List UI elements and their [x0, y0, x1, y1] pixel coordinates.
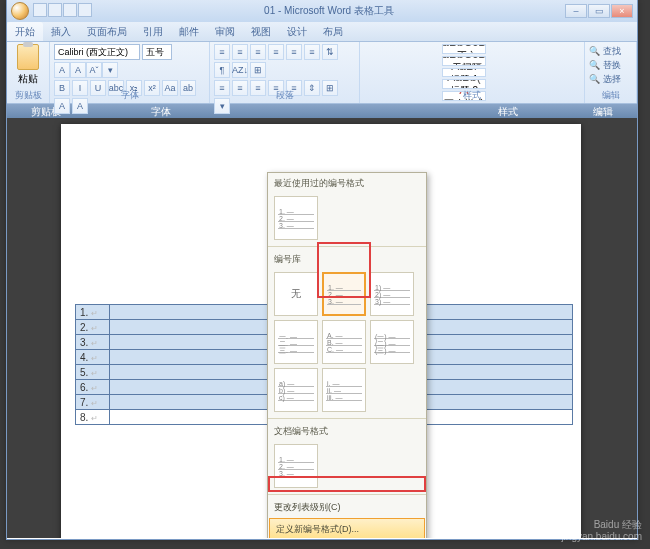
style-2[interactable]: AaBl标题 1 [442, 68, 486, 78]
app-window: 01 - Microsoft Word 表格工具 – ▭ × 开始插入页面布局引… [6, 0, 638, 540]
menu-define-new-format[interactable]: 定义新编号格式(D)... [269, 518, 425, 538]
tab-7[interactable]: 设计 [279, 22, 315, 41]
para-btn-r1-0[interactable]: ≡ [214, 44, 230, 60]
tab-5[interactable]: 审阅 [207, 22, 243, 41]
numbering-lib-6[interactable]: a) —b) —c) — [274, 368, 318, 412]
para-btn-r1-7[interactable]: ¶ [214, 62, 230, 78]
watermark: Baidu 经验 jingyan.baidu.com [561, 519, 642, 543]
numbering-doc[interactable]: 1. —2. —3. — [274, 444, 318, 488]
office-button[interactable] [11, 2, 29, 20]
paste-button[interactable]: 粘贴 [11, 44, 45, 86]
tab-6[interactable]: 视图 [243, 22, 279, 41]
numbering-lib-5[interactable]: (一) —(二) —(三) — [370, 320, 414, 364]
group-label-editing: 编辑 [585, 89, 636, 102]
group-editing: 🔍 查找🔍 替换🔍 选择编辑 [585, 42, 637, 103]
numbering-lib-2[interactable]: 1) —2) —3) — [370, 272, 414, 316]
maximize-button[interactable]: ▭ [588, 4, 610, 18]
style-3[interactable]: AaBb(标题 2 [442, 79, 486, 89]
titlebar: 01 - Microsoft Word 表格工具 – ▭ × [7, 0, 637, 22]
section-library: 编号库 [268, 249, 426, 268]
numbering-recent[interactable]: 1. —2. —3. — [274, 196, 318, 240]
window-controls: – ▭ × [565, 4, 633, 18]
para-btn-r1-2[interactable]: ≡ [250, 44, 266, 60]
numbering-lib-1[interactable]: 1. —2. —3. — [322, 272, 366, 316]
font-btn-r1-3[interactable]: ▾ [102, 62, 118, 78]
group-paragraph: ≡≡≡≡≡≡⇅¶AZ↓⊞ ≡≡≡≡≡⇕⊞▾ 段落 [210, 42, 360, 103]
tab-3[interactable]: 引用 [135, 22, 171, 41]
tab-1[interactable]: 插入 [43, 22, 79, 41]
edit-2[interactable]: 🔍 选择 [589, 73, 632, 86]
edit-1[interactable]: 🔍 替换 [589, 59, 632, 72]
font-btn-r1-0[interactable]: A [54, 62, 70, 78]
section-recent: 最近使用过的编号格式 [268, 173, 426, 192]
ribbon: 粘贴 剪贴板 Calibri (西文正文) 五号 AAAˇ▾ BIUabcx₂x… [7, 42, 637, 104]
section-docfmt: 文档编号格式 [268, 421, 426, 440]
group-label-paragraph: 段落 [210, 89, 359, 102]
tab-0[interactable]: 开始 [7, 22, 43, 41]
clipboard-icon [17, 44, 39, 70]
para-btn-r1-3[interactable]: ≡ [268, 44, 284, 60]
tab-2[interactable]: 页面布局 [79, 22, 135, 41]
style-1[interactable]: AaBbCcDd• 无间隔 [442, 56, 486, 66]
para-btn-r1-5[interactable]: ≡ [304, 44, 320, 60]
para-btn-r1-8[interactable]: AZ↓ [232, 62, 248, 78]
group-font: Calibri (西文正文) 五号 AAAˇ▾ BIUabcx₂x²AaabAA… [50, 42, 210, 103]
para-btn-r1-1[interactable]: ≡ [232, 44, 248, 60]
close-button[interactable]: × [611, 4, 633, 18]
group-clipboard: 粘贴 剪贴板 [7, 42, 50, 103]
numbering-lib-0[interactable]: 无 [274, 272, 318, 316]
group-label-clipboard: 剪贴板 [7, 89, 49, 102]
numbering-lib-3[interactable]: 一. —二. —三. — [274, 320, 318, 364]
para-btn-r1-6[interactable]: ⇅ [322, 44, 338, 60]
font-btn-r1-1[interactable]: A [70, 62, 86, 78]
para-btn-r1-9[interactable]: ⊞ [250, 62, 266, 78]
paste-label: 粘贴 [18, 72, 38, 86]
ribbon-tabs: 开始插入页面布局引用邮件审阅视图设计布局 [7, 22, 637, 42]
group-label-styles: 样式 [360, 89, 584, 102]
edit-0[interactable]: 🔍 查找 [589, 45, 632, 58]
menu-change-level[interactable]: 更改列表级别(C) [268, 497, 426, 518]
window-title: 01 - Microsoft Word 表格工具 [97, 4, 561, 18]
group-styles: AaBbCcDd• 正文AaBbCcDd• 无间隔AaBl标题 1AaBb(标题… [360, 42, 585, 103]
quick-access-toolbar[interactable] [33, 3, 93, 19]
font-name-combo[interactable]: Calibri (西文正文) [54, 44, 140, 60]
para-btn-r1-4[interactable]: ≡ [286, 44, 302, 60]
document-area[interactable]: 1. ↵2. ↵3. ↵4. ↵5. ↵6. ↵7. ↵8. ↵ 最近使用过的编… [7, 118, 637, 538]
numbering-dropdown: 最近使用过的编号格式 1. —2. —3. — 编号库 无1. —2. —3. … [267, 172, 427, 538]
font-size-combo[interactable]: 五号 [142, 44, 172, 60]
tab-4[interactable]: 邮件 [171, 22, 207, 41]
minimize-button[interactable]: – [565, 4, 587, 18]
numbering-lib-4[interactable]: A. —B. —C. — [322, 320, 366, 364]
tab-8[interactable]: 布局 [315, 22, 351, 41]
style-0[interactable]: AaBbCcDd• 正文 [442, 44, 486, 54]
group-label-font: 字体 [50, 89, 209, 102]
font-btn-r1-2[interactable]: Aˇ [86, 62, 102, 78]
numbering-lib-7[interactable]: i. —ii. —iii. — [322, 368, 366, 412]
